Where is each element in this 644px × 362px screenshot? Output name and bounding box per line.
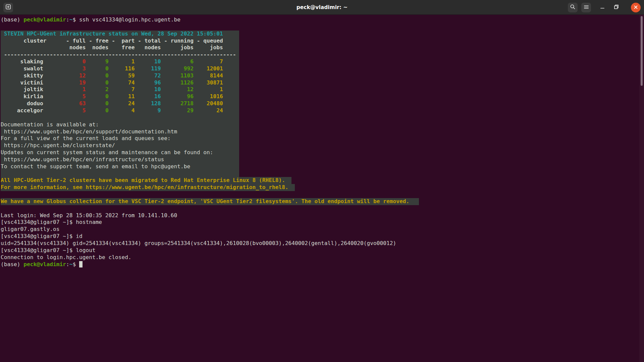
close-button[interactable] (631, 3, 641, 12)
menu-button[interactable] (581, 3, 591, 12)
terminal-line: nodes nodes free nodes jobs jobs (1, 44, 644, 51)
terminal-line: [vsc41334@gligar07 ~]$ id (1, 233, 644, 240)
terminal-line: https://www.ugent.be/hpc/en/support/docu… (1, 128, 644, 135)
terminal-line (1, 114, 644, 121)
restore-button[interactable] (611, 3, 621, 12)
terminal-line: swalot 3 0 116 119 992 12001 (1, 65, 644, 72)
terminal-line: For more information, see https://www.ug… (1, 184, 644, 191)
terminal-line: cluster - full - free - part - total - r… (1, 38, 644, 45)
terminal-line (1, 23, 644, 31)
window-title: peck@vladimir: ~ (0, 0, 644, 15)
close-icon (634, 4, 638, 11)
terminal-line: uid=2541334(vsc41334) gid=2541334(vsc413… (1, 240, 644, 247)
search-icon (570, 4, 576, 11)
terminal-line: To contact the support team, send an ema… (1, 163, 644, 170)
terminal-line: Last login: Wed Sep 28 15:00:35 2022 fro… (1, 212, 644, 219)
minimize-button[interactable] (597, 3, 607, 12)
terminal-line: joltik 1 2 7 10 12 1 (1, 86, 644, 93)
terminal-line (1, 205, 644, 212)
terminal-line: https://www.ugent.be/hpc/en/infrastructu… (1, 156, 644, 163)
terminal-line: STEVIN HPC-UGent infrastructure status o… (1, 31, 644, 38)
window-titlebar: peck@vladimir: ~ (0, 0, 644, 15)
terminal-line: slaking 0 9 1 10 6 7 (1, 58, 644, 65)
terminal-line: Connection to login.hpc.ugent.be closed. (1, 254, 644, 261)
terminal-line: All HPC-UGent Tier-2 clusters have been … (1, 177, 644, 184)
search-button[interactable] (568, 3, 578, 12)
terminal-line: victini 19 0 74 96 1126 30871 (1, 79, 644, 86)
terminal-output: (base) peck@vladimir:~$ ssh vsc41334@log… (1, 16, 644, 268)
terminal-line: Updates on current system status and mai… (1, 149, 644, 156)
terminal-line: [vsc41334@gligar07 ~]$ hostname (1, 219, 644, 226)
terminal-cursor (79, 261, 83, 267)
terminal-line: kirlia 5 0 11 16 96 1016 (1, 93, 644, 100)
terminal-line: We have a new Globus collection for the … (1, 198, 644, 205)
terminal-line: https://hpc.ugent.be/clusterstate/ (1, 142, 644, 149)
minimize-icon (600, 4, 605, 11)
terminal-line: [vsc41334@gligar07 ~]$ logout (1, 247, 644, 254)
terminal-line: Documentation is available at: (1, 121, 644, 128)
terminal-line: accelgor 5 0 4 9 29 24 (1, 107, 644, 114)
terminal-line: doduo 63 0 24 128 2718 20480 (1, 100, 644, 107)
scrollbar-thumb[interactable] (641, 16, 643, 86)
terminal-line: skitty 12 0 59 72 1103 8144 (1, 72, 644, 79)
terminal-line: (base) peck@vladimir:~$ (1, 261, 644, 268)
terminal-line: (base) peck@vladimir:~$ ssh vsc41334@log… (1, 16, 644, 23)
terminal-line (1, 191, 644, 198)
terminal-line: For a full view of the current loads and… (1, 135, 644, 142)
terminal[interactable]: (base) peck@vladimir:~$ ssh vsc41334@log… (1, 15, 644, 362)
terminal-line: ----------------------------------------… (1, 51, 644, 58)
restore-icon (614, 4, 619, 11)
hamburger-menu-icon (584, 4, 589, 11)
terminal-line (1, 170, 644, 177)
terminal-line: gligar07.gastly.os (1, 226, 644, 233)
